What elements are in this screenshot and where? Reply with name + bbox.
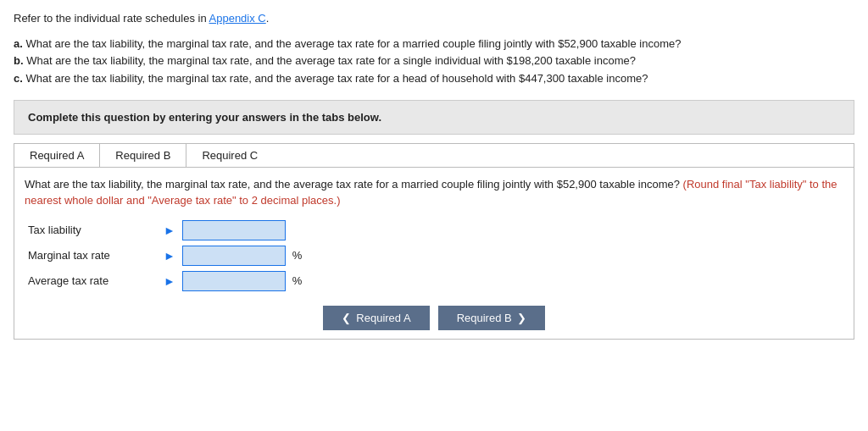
next-button-label: Required B — [457, 312, 512, 324]
input-cell-marginal-tax-rate — [179, 243, 289, 268]
arrow-average-tax-rate: ► — [160, 268, 179, 294]
percent-average: % — [289, 268, 306, 294]
arrow-tax-liability: ► — [160, 218, 179, 243]
tax-liability-input[interactable] — [182, 220, 286, 240]
question-c: c. What are the tax liability, the margi… — [14, 70, 854, 88]
table-row-marginal-tax-rate: Marginal tax rate ► % — [25, 243, 305, 268]
question-block: a. What are the tax liability, the margi… — [14, 36, 854, 88]
table-row-tax-liability: Tax liability ► — [25, 218, 305, 243]
percent-marginal: % — [289, 243, 306, 268]
intro-text: Refer to the individual rate schedules i… — [14, 10, 854, 27]
intro-prefix: Refer to the individual rate schedules i… — [14, 12, 209, 25]
next-button[interactable]: Required B ❯ — [438, 306, 545, 330]
prev-button-label: Required A — [356, 312, 410, 324]
prev-button[interactable]: ❮ Required A — [323, 306, 429, 330]
chevron-left-icon: ❮ — [342, 312, 351, 324]
complete-box: Complete this question by entering your … — [14, 100, 854, 135]
table-row-average-tax-rate: Average tax rate ► % — [25, 268, 305, 294]
buttons-row: ❮ Required A Required B ❯ — [25, 306, 843, 330]
label-average-tax-rate: Average tax rate — [25, 268, 160, 294]
label-tax-liability: Tax liability — [25, 218, 160, 243]
chevron-right-icon: ❯ — [517, 312, 526, 324]
label-marginal-tax-rate: Marginal tax rate — [25, 243, 160, 268]
input-cell-tax-liability — [179, 218, 289, 243]
input-cell-average-tax-rate — [179, 268, 289, 294]
tab-content-required-a: What are the tax liability, the marginal… — [14, 168, 854, 339]
tab-required-b[interactable]: Required B — [100, 144, 186, 167]
question-b: b. What are the tax liability, the margi… — [14, 52, 854, 70]
arrow-marginal-tax-rate: ► — [160, 243, 179, 268]
input-table: Tax liability ► Marginal tax rate ► % Av… — [25, 218, 305, 294]
tab-required-a[interactable]: Required A — [14, 144, 100, 167]
appendix-link[interactable]: Appendix C — [209, 12, 266, 25]
marginal-tax-rate-input[interactable] — [182, 246, 286, 266]
tab-required-c[interactable]: Required C — [186, 144, 273, 167]
tabs-container: Required A Required B Required C What ar… — [14, 143, 854, 340]
average-tax-rate-input[interactable] — [182, 271, 286, 291]
question-a: a. What are the tax liability, the margi… — [14, 36, 854, 53]
tabs-header: Required A Required B Required C — [14, 144, 854, 168]
tab-question: What are the tax liability, the marginal… — [25, 176, 843, 209]
